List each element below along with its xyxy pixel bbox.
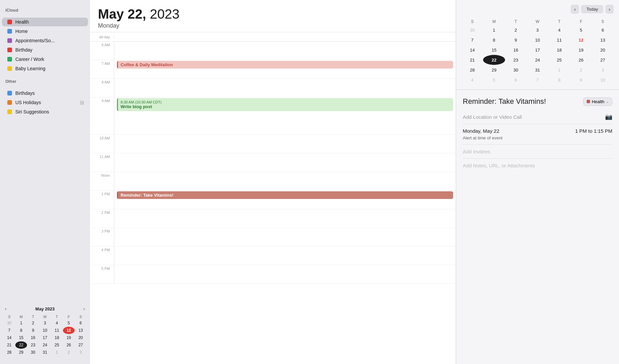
right-cal-cell[interactable]: 10 bbox=[527, 35, 548, 45]
mini-cal-today-cell[interactable]: 12 bbox=[63, 327, 75, 334]
mini-cal-cell[interactable]: 24 bbox=[39, 341, 51, 349]
event-coffee-meditation[interactable]: Coffee & Daily Meditation bbox=[117, 61, 453, 69]
calendar-selector[interactable]: Health ⌄ bbox=[583, 97, 612, 106]
right-cal-today-cell[interactable]: 12 bbox=[570, 35, 592, 45]
right-cal-cell[interactable]: 7 bbox=[461, 35, 483, 45]
mini-cal-cell[interactable]: 21 bbox=[3, 341, 15, 349]
mini-cal-cell[interactable]: 15 bbox=[15, 334, 27, 341]
mini-cal-cell[interactable]: 30 bbox=[3, 319, 15, 327]
right-cal-cell[interactable]: 8 bbox=[548, 75, 570, 85]
right-cal-cell[interactable]: 2 bbox=[505, 25, 527, 35]
right-today-btn[interactable]: Today bbox=[581, 5, 603, 13]
mini-cal-cell[interactable]: 29 bbox=[15, 349, 27, 356]
mini-cal-cell[interactable]: 23 bbox=[27, 341, 39, 349]
mini-cal-cell[interactable]: 31 bbox=[39, 349, 51, 356]
mini-cal-cell[interactable]: 1 bbox=[15, 319, 27, 327]
right-cal-cell[interactable]: 2 bbox=[570, 65, 592, 75]
right-cal-cell[interactable]: 13 bbox=[592, 35, 614, 45]
time-content-5pm[interactable] bbox=[114, 265, 456, 283]
right-cal-cell[interactable]: 28 bbox=[461, 65, 483, 75]
sidebar-item-baby-learning[interactable]: Baby Learning bbox=[2, 64, 88, 73]
sidebar-item-birthday[interactable]: Birthday bbox=[2, 46, 88, 54]
right-cal-cell[interactable]: 3 bbox=[592, 65, 614, 75]
right-cal-cell[interactable]: 15 bbox=[483, 45, 505, 55]
right-prev-btn[interactable]: ‹ bbox=[571, 5, 579, 14]
right-cal-cell[interactable]: 26 bbox=[570, 55, 592, 65]
mini-cal-cell[interactable]: 3 bbox=[39, 319, 51, 327]
event-invitees[interactable]: Add Invitees bbox=[463, 145, 612, 159]
time-content-11am[interactable] bbox=[114, 153, 456, 172]
right-cal-cell[interactable]: 18 bbox=[548, 45, 570, 55]
mini-cal-cell[interactable]: 13 bbox=[75, 327, 87, 334]
event-blog-post[interactable]: 8:30 AM (10:30 AM CDT) Write blog post bbox=[117, 98, 453, 111]
mini-cal-cell[interactable]: 2 bbox=[63, 349, 75, 356]
right-cal-cell[interactable]: 27 bbox=[592, 55, 614, 65]
right-cal-cell[interactable]: 31 bbox=[527, 65, 548, 75]
mini-cal-cell[interactable]: 28 bbox=[3, 349, 15, 356]
right-cal-selected-cell[interactable]: 22 bbox=[483, 55, 505, 65]
time-content-7am[interactable]: Coffee & Daily Meditation bbox=[114, 60, 456, 79]
right-cal-cell[interactable]: 6 bbox=[592, 25, 614, 35]
right-cal-cell[interactable]: 14 bbox=[461, 45, 483, 55]
right-cal-cell[interactable]: 5 bbox=[570, 25, 592, 35]
time-content-2pm[interactable] bbox=[114, 209, 456, 228]
right-next-btn[interactable]: › bbox=[605, 5, 614, 14]
right-cal-cell[interactable]: 5 bbox=[483, 75, 505, 85]
video-call-icon[interactable]: 📷 bbox=[605, 113, 612, 120]
time-content-8am[interactable] bbox=[114, 79, 456, 97]
right-cal-cell[interactable]: 30 bbox=[461, 25, 483, 35]
mini-cal-cell[interactable]: 14 bbox=[3, 334, 15, 341]
right-cal-cell[interactable]: 9 bbox=[570, 75, 592, 85]
mini-cal-prev-btn[interactable]: ‹ bbox=[3, 305, 8, 312]
mini-cal-cell[interactable]: 30 bbox=[27, 349, 39, 356]
mini-cal-cell[interactable]: 16 bbox=[27, 334, 39, 341]
right-cal-cell[interactable]: 30 bbox=[505, 65, 527, 75]
mini-cal-next-btn[interactable]: › bbox=[82, 305, 87, 312]
right-cal-cell[interactable]: 4 bbox=[548, 25, 570, 35]
sidebar-item-us-holidays[interactable]: US Holidays ))) bbox=[2, 98, 88, 107]
time-content-1pm[interactable]: Reminder: Take Vitamins! bbox=[114, 191, 456, 209]
mini-cal-cell[interactable]: 5 bbox=[63, 319, 75, 327]
right-cal-cell[interactable]: 25 bbox=[548, 55, 570, 65]
location-placeholder[interactable]: Add Location or Video Call bbox=[463, 114, 602, 120]
right-cal-cell[interactable]: 23 bbox=[505, 55, 527, 65]
mini-cal-cell[interactable]: 19 bbox=[63, 334, 75, 341]
mini-cal-cell[interactable]: 8 bbox=[15, 327, 27, 334]
mini-cal-selected-cell[interactable]: 22 bbox=[15, 341, 27, 349]
right-cal-cell[interactable]: 3 bbox=[527, 25, 548, 35]
sidebar-item-birthdays[interactable]: Birthdays bbox=[2, 89, 88, 97]
right-cal-cell[interactable]: 11 bbox=[548, 35, 570, 45]
mini-cal-cell[interactable]: 7 bbox=[3, 327, 15, 334]
mini-cal-cell[interactable]: 4 bbox=[51, 319, 63, 327]
mini-cal-cell[interactable]: 26 bbox=[63, 341, 75, 349]
right-cal-cell[interactable]: 8 bbox=[483, 35, 505, 45]
sidebar-item-health[interactable]: Health bbox=[2, 18, 88, 26]
event-detail-title[interactable]: Reminder: Take Vitamins! bbox=[463, 97, 579, 106]
right-cal-cell[interactable]: 1 bbox=[548, 65, 570, 75]
right-cal-cell[interactable]: 6 bbox=[505, 75, 527, 85]
mini-cal-cell[interactable]: 17 bbox=[39, 334, 51, 341]
right-cal-cell[interactable]: 21 bbox=[461, 55, 483, 65]
allday-content[interactable] bbox=[114, 36, 456, 38]
event-notes[interactable]: Add Notes, URL, or Attachments bbox=[463, 159, 612, 172]
mini-cal-cell[interactable]: 6 bbox=[75, 319, 87, 327]
mini-cal-cell[interactable]: 10 bbox=[39, 327, 51, 334]
event-take-vitamins[interactable]: Reminder: Take Vitamins! bbox=[117, 191, 453, 199]
mini-cal-cell[interactable]: 18 bbox=[51, 334, 63, 341]
time-content-9am[interactable]: 8:30 AM (10:30 AM CDT) Write blog post bbox=[114, 97, 456, 134]
right-cal-cell[interactable]: 16 bbox=[505, 45, 527, 55]
sidebar-item-home[interactable]: Home bbox=[2, 27, 88, 36]
mini-cal-cell[interactable]: 25 bbox=[51, 341, 63, 349]
time-content-4pm[interactable] bbox=[114, 247, 456, 265]
mini-cal-cell[interactable]: 2 bbox=[27, 319, 39, 327]
right-cal-cell[interactable]: 17 bbox=[527, 45, 548, 55]
time-content-10am[interactable] bbox=[114, 135, 456, 153]
right-cal-cell[interactable]: 1 bbox=[483, 25, 505, 35]
sidebar-item-appointments[interactable]: Appointments/So... bbox=[2, 36, 88, 45]
right-cal-cell[interactable]: 4 bbox=[461, 75, 483, 85]
time-content-6am[interactable] bbox=[114, 42, 456, 60]
mini-cal-cell[interactable]: 11 bbox=[51, 327, 63, 334]
right-cal-cell[interactable]: 7 bbox=[527, 75, 548, 85]
right-cal-cell[interactable]: 20 bbox=[592, 45, 614, 55]
sidebar-item-career[interactable]: Career / Work bbox=[2, 55, 88, 64]
